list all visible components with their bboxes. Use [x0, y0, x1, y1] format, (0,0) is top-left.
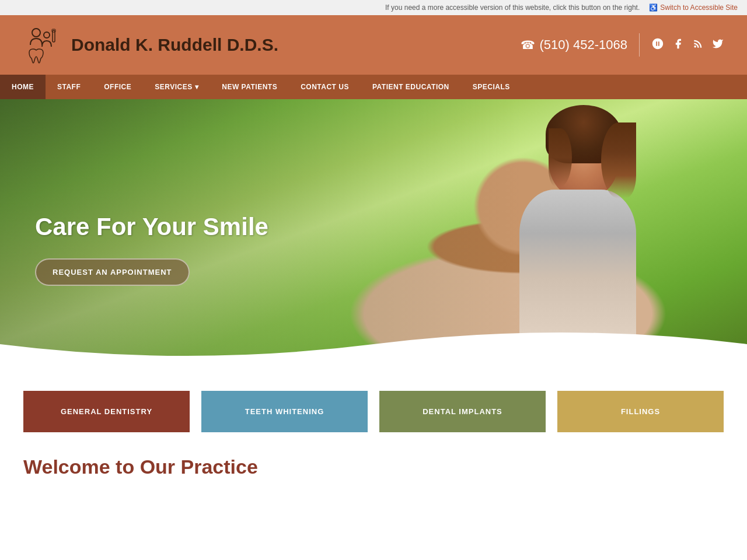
- accessible-link-label: Switch to Accessible Site: [660, 4, 738, 12]
- logo-icon: [23, 24, 64, 65]
- twitter-icon[interactable]: [712, 38, 724, 52]
- hero-section: Care For Your Smile REQUEST AN APPOINTME…: [0, 99, 747, 368]
- logo-area: Donald K. Ruddell D.D.S.: [23, 24, 278, 65]
- wheelchair-icon: ♿: [649, 4, 658, 12]
- header-divider: [639, 33, 640, 57]
- service-card-general-dentistry[interactable]: GENERAL DENTISTRY: [23, 391, 190, 432]
- hero-wave: [0, 321, 747, 368]
- service-card-teeth-whitening[interactable]: TEETH WHITENING: [201, 391, 368, 432]
- accessible-link[interactable]: ♿ Switch to Accessible Site: [649, 4, 738, 12]
- nav-item-home[interactable]: HOME: [0, 75, 46, 99]
- nav-item-office[interactable]: OFFICE: [92, 75, 143, 99]
- service-card-dental-implants[interactable]: DENTAL IMPLANTS: [379, 391, 546, 432]
- nav-item-patient-education[interactable]: PATIENT EDUCATION: [361, 75, 461, 99]
- phone-area: ☎ (510) 452-1068: [521, 37, 627, 52]
- svg-point-0: [32, 29, 40, 37]
- appointment-button[interactable]: REQUEST AN APPOINTMENT: [35, 258, 190, 286]
- services-dropdown-icon: ▾: [195, 83, 199, 91]
- welcome-title: Welcome to Our Practice: [23, 456, 724, 478]
- nav-item-specials[interactable]: SPECIALS: [461, 75, 522, 99]
- nav-item-contact-us[interactable]: CONTACT US: [289, 75, 361, 99]
- rss-icon[interactable]: [692, 38, 704, 52]
- svg-point-1: [44, 32, 50, 38]
- yelp-icon[interactable]: [651, 37, 664, 53]
- nav-item-staff[interactable]: STAFF: [46, 75, 92, 99]
- facebook-icon[interactable]: [672, 38, 684, 52]
- phone-icon: ☎: [521, 38, 535, 52]
- header: Donald K. Ruddell D.D.S. ☎ (510) 452-106…: [0, 15, 747, 75]
- top-bar: If you need a more accessible version of…: [0, 0, 747, 15]
- services-row: GENERAL DENTISTRY TEETH WHITENING DENTAL…: [0, 368, 747, 444]
- accessible-message: If you need a more accessible version of…: [385, 4, 640, 12]
- nav-item-services[interactable]: SERVICES ▾: [143, 75, 210, 99]
- nav-item-new-patients[interactable]: NEW PATIENTS: [210, 75, 289, 99]
- svg-point-4: [694, 46, 696, 48]
- hero-title: Care For Your Smile: [35, 213, 268, 241]
- site-title: Donald K. Ruddell D.D.S.: [71, 35, 278, 55]
- social-icons: [651, 37, 724, 53]
- hero-content: Care For Your Smile REQUEST AN APPOINTME…: [35, 213, 268, 286]
- service-card-fillings[interactable]: FILLINGS: [557, 391, 724, 432]
- main-nav: HOME STAFF OFFICE SERVICES ▾ NEW PATIENT…: [0, 75, 747, 99]
- header-right: ☎ (510) 452-1068: [521, 33, 724, 57]
- phone-number: (510) 452-1068: [540, 37, 627, 52]
- welcome-section: Welcome to Our Practice: [0, 444, 747, 502]
